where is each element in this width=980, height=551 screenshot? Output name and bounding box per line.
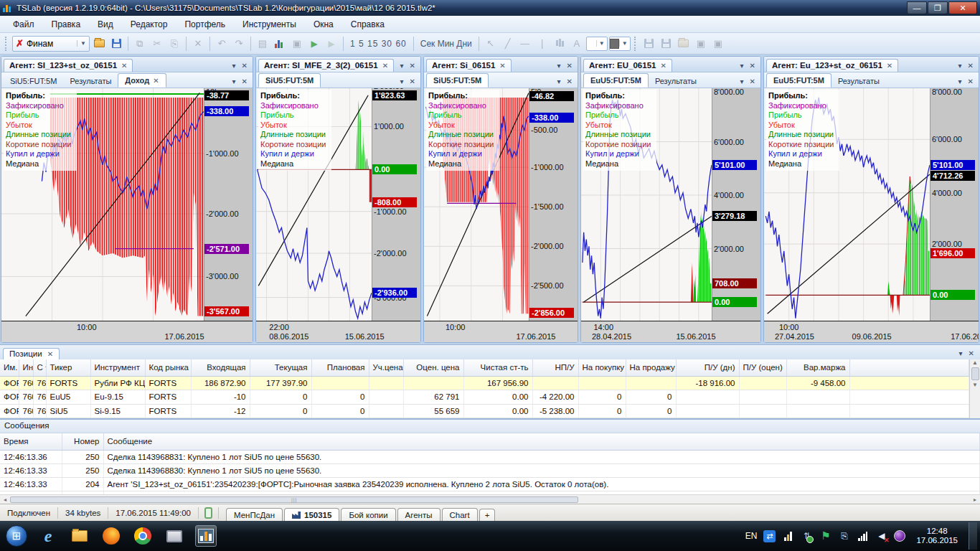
chart-button[interactable] — [272, 36, 288, 52]
positions-scrollbar[interactable]: ▲ ▼ — [969, 359, 980, 418]
column-header-НП/У[interactable]: НП/У — [532, 359, 578, 376]
select-all-button[interactable]: ▣ — [710, 36, 726, 52]
agent-tab[interactable]: Агент: Eu_123+st_oz_06151✕ — [766, 59, 898, 72]
tab-EuU5:FUT:5M[interactable]: EuU5:FUT:5M — [583, 73, 649, 88]
chevron-down-icon[interactable]: ▾ — [956, 62, 965, 72]
minimize-button[interactable]: — — [907, 1, 927, 14]
menu-item-6[interactable]: Окна — [305, 17, 342, 32]
close-icon[interactable]: ✕ — [747, 62, 758, 72]
tab-positions[interactable]: Позиции ✕ — [3, 348, 60, 359]
interval-buttons[interactable]: 1 5 15 30 60 — [347, 39, 410, 49]
position-row[interactable]: ФОР760760SiU5Si-9.15FORTS-120055 6590.00… — [0, 404, 969, 418]
messages-scrollbar[interactable]: ◂ ||| ▸ — [0, 494, 980, 504]
close-icon[interactable]: ✕ — [499, 62, 505, 70]
select-region-button[interactable]: ▣ — [693, 36, 709, 52]
column-header-Чистая ст-ть[interactable]: Чистая ст-ть — [463, 359, 532, 376]
scroll-right-icon[interactable]: ▸ — [970, 496, 980, 503]
column-header-Текущая[interactable]: Текущая — [250, 359, 311, 376]
taskbar-firefox[interactable] — [100, 525, 122, 547]
pointer-tool-button[interactable]: ↖ — [483, 36, 499, 52]
text-tool-button[interactable]: A — [569, 36, 585, 52]
close-icon[interactable]: ✕ — [382, 62, 388, 70]
save-button[interactable] — [108, 36, 124, 52]
column-header-Оцен. цена[interactable]: Оцен. цена — [403, 359, 463, 376]
column-header-Номер[interactable]: Номер — [62, 433, 103, 450]
column-header-Вар.маржа[interactable]: Вар.маржа — [786, 359, 849, 376]
hline-tool-button[interactable]: — — [517, 36, 533, 52]
position-row[interactable]: ФОР760760FORTSРубли РФ КЦБFORTS186 872.9… — [0, 376, 969, 390]
column-header-На продажу[interactable]: На продажу — [626, 359, 676, 376]
agent-tab[interactable]: Агент: Si_06151✕ — [426, 59, 512, 72]
tab-Доход[interactable]: Доход✕ — [118, 73, 166, 88]
scroll-down-icon[interactable]: ▼ — [972, 382, 978, 388]
column-header-Плановая[interactable]: Плановая — [311, 359, 369, 376]
properties-button[interactable]: ▤ — [255, 36, 270, 52]
network-signal-icon[interactable] — [857, 530, 869, 542]
position-row[interactable]: ФОР760760EuU5Eu-9.15FORTS-100062 7910.00… — [0, 390, 969, 404]
message-row[interactable]: 12:46:13.33250Сделка 1143968830: Куплено… — [0, 463, 980, 477]
message-row[interactable]: 12:46:13.33204Агент 'SI_123+st_oz_06151'… — [0, 477, 980, 491]
tab-Результаты[interactable]: Результаты — [649, 75, 703, 88]
chevron-down-icon[interactable]: ▾ — [738, 62, 747, 72]
restore-button[interactable]: ❐ — [928, 1, 948, 14]
tslab-tray-icon[interactable] — [782, 530, 794, 542]
workspace-tab-Chart[interactable]: Chart — [442, 508, 478, 521]
close-icon[interactable]: ✕ — [965, 77, 976, 88]
undo-button[interactable]: ↶ — [214, 36, 230, 52]
workspace-tab-+[interactable]: + — [479, 509, 496, 521]
trendline-tool-button[interactable]: ╱ — [500, 36, 516, 52]
menu-icon[interactable]: ▾ — [956, 77, 965, 88]
flag-tray-icon[interactable]: ⚑ — [819, 530, 831, 542]
close-icon[interactable]: ✕ — [564, 62, 575, 72]
run-button[interactable]: ▶ — [306, 36, 322, 52]
chevron-down-icon[interactable]: ▾ — [397, 62, 407, 72]
copy-button[interactable]: ⧉ — [132, 36, 148, 52]
candles-tool-button[interactable] — [552, 36, 567, 52]
menu-icon[interactable]: ▾ — [555, 77, 564, 88]
column-header-filler[interactable] — [849, 359, 969, 376]
menu-item-1[interactable]: Правка — [43, 17, 90, 32]
column-header-Входящая[interactable]: Входящая — [191, 359, 250, 376]
load-layout-button[interactable] — [676, 36, 692, 52]
menu-item-7[interactable]: Справка — [342, 17, 393, 32]
chevron-down-icon[interactable]: ▾ — [956, 349, 966, 359]
workspace-tab-МенПсДан[interactable]: МенПсДан — [226, 508, 283, 521]
chevron-down-icon[interactable]: ▾ — [555, 62, 564, 72]
menu-icon[interactable]: ▾ — [230, 77, 239, 88]
column-header-Инструмент[interactable]: Инструмент — [90, 359, 145, 376]
close-icon[interactable]: ✕ — [887, 62, 892, 70]
timeframe-unit-buttons[interactable]: Сек Мин Дни — [418, 39, 475, 49]
workspace-tab-150315[interactable]: 150315 — [284, 508, 339, 521]
antivirus-tray-icon[interactable] — [894, 530, 905, 542]
close-icon[interactable]: ✕ — [407, 77, 418, 88]
column-header-С[interactable]: С ▲ — [33, 359, 46, 376]
usb-tray-icon[interactable]: ⇅ — [801, 530, 813, 542]
style-selector[interactable]: ▼ — [586, 37, 608, 51]
scroll-thumb[interactable]: ||| — [10, 496, 578, 503]
start-button[interactable]: ⊞ — [6, 525, 27, 547]
tab-Результаты[interactable]: Результаты — [63, 75, 118, 88]
column-header-Ин[interactable]: Ин — [19, 359, 33, 376]
close-icon[interactable]: ✕ — [121, 62, 127, 70]
teamviewer-tray-icon[interactable]: ⇄ — [763, 530, 776, 542]
scroll-left-icon[interactable]: ◂ — [0, 496, 10, 503]
close-icon[interactable]: ✕ — [407, 62, 418, 72]
save-layout-button[interactable] — [641, 36, 657, 52]
close-icon[interactable]: ✕ — [966, 349, 977, 359]
tab-SiU5:FUT:5M[interactable]: SiU5:FUT:5M — [426, 73, 489, 88]
toolbar-grip[interactable] — [634, 37, 638, 51]
broker-selector[interactable]: ✗ Финам ▼ — [12, 36, 90, 52]
taskbar-rdp[interactable] — [164, 525, 185, 547]
vline-tool-button[interactable]: ❘ — [534, 36, 550, 52]
close-icon[interactable]: ✕ — [239, 77, 250, 88]
agent-tab[interactable]: Агент: SI_MFE_2_3(2)_06151✕ — [258, 59, 394, 72]
menu-item-0[interactable]: Файл — [4, 17, 43, 32]
close-icon[interactable]: ✕ — [660, 62, 666, 70]
menu-icon[interactable]: ▾ — [738, 77, 747, 88]
column-header-П/У (дн)[interactable]: П/У (дн) — [676, 359, 739, 376]
close-icon[interactable]: ✕ — [564, 77, 575, 88]
tab-SiU5:FUT:5M[interactable]: SiU5:FUT:5M — [258, 73, 321, 88]
scroll-up-icon[interactable]: ▲ — [972, 359, 978, 366]
close-button[interactable]: ✕ — [948, 1, 977, 14]
menu-icon[interactable]: ▾ — [397, 77, 407, 88]
